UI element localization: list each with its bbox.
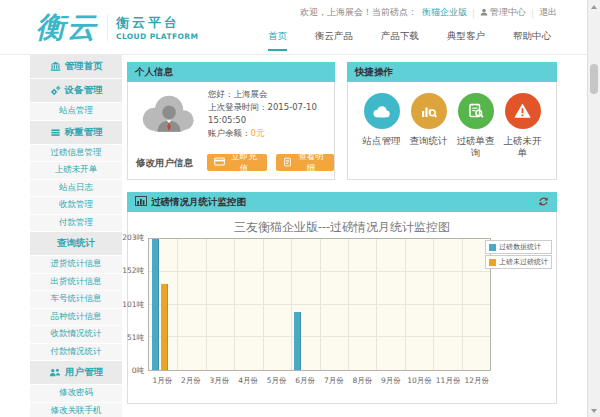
chart-panel: 过磅情况月统计监控图 三友衡猫企业版---过磅情况月统计监控图 0吨51吨101… (127, 192, 557, 404)
gear-icon (50, 85, 61, 96)
nav-tab[interactable]: 首页 (268, 30, 287, 51)
sidebar-item[interactable]: 修改关联手机 (30, 403, 122, 417)
logo-title: 衡云平台 (116, 14, 198, 32)
recharge-button-label: 立即充值 (228, 151, 260, 175)
sidebar-section-header[interactable]: 查询统计 (30, 232, 122, 256)
gridline (376, 239, 377, 370)
x-axis-tick-label: 4月份 (238, 376, 258, 386)
quick-action[interactable]: 上磅未开单 (499, 93, 546, 159)
sidebar-item[interactable]: 过磅信息管理 (30, 145, 122, 163)
chart-title: 三友衡猫企业版---过磅情况月统计监控图 (128, 219, 556, 236)
topbar: 欢迎，上海展会！当前磅点： 衡猫企业版 | 管理中心 | 退出 衡云 衡云平台 … (0, 0, 587, 55)
quick-action[interactable]: 站点管理 (358, 93, 405, 159)
scrollbar[interactable] (587, 0, 600, 417)
nav-tab[interactable]: 帮助中心 (513, 30, 551, 51)
sidebar-item[interactable]: 品种统计信息 (30, 309, 122, 327)
recharge-button[interactable]: 立即充值 (207, 154, 267, 171)
sidebar-item[interactable]: 进货统计信息 (30, 256, 122, 274)
y-axis-labels: 0吨51吨101吨152吨203吨 (128, 238, 146, 371)
sidebar-item-label: 付款管理 (59, 217, 93, 229)
sidebar-item-label: 收款情况统计 (51, 328, 102, 340)
legend-label: 过磅数据统计 (499, 242, 541, 252)
sidebar-item-label: 车号统计信息 (51, 293, 102, 305)
nav-tab[interactable]: 典型客户 (447, 30, 485, 51)
sidebar-section-header[interactable]: 设备管理 (30, 79, 122, 103)
chart-bar (294, 312, 301, 370)
x-axis-tick-label: 2月份 (181, 376, 201, 386)
sidebar-item[interactable]: 付款情况统计 (30, 344, 122, 362)
gridline (177, 239, 178, 370)
view-details-button-label: 查看明细 (295, 151, 327, 175)
person-icon (480, 8, 488, 18)
x-axis-tick-label: 3月份 (210, 376, 230, 386)
sidebar-item[interactable]: 出货统计信息 (30, 274, 122, 292)
gridline (433, 239, 434, 370)
quick-panel-title: 快捷操作 (355, 66, 393, 79)
sidebar-item[interactable]: 收款管理 (30, 197, 122, 215)
quick-panel-body: 站点管理查询统计过磅单查询上磅未开单 (347, 82, 557, 180)
nav-tab[interactable]: 衡云产品 (315, 30, 353, 51)
view-details-button[interactable]: 查看明细 (276, 154, 334, 171)
chart-panel-header: 过磅情况月统计监控图 (127, 192, 557, 212)
sidebar-section-header[interactable]: 用户管理 (30, 361, 122, 385)
card-icon (214, 157, 225, 168)
scrollbar-down-arrow-icon[interactable] (588, 405, 600, 416)
last-login-date: 2015-07-10 (268, 102, 317, 112)
profile-panel-body: 修改用户信息 您好：上海展会 上次登录时间：2015-07-10 15:05:5… (127, 82, 335, 180)
balance-value: 0元 (251, 128, 265, 138)
chart-bar (152, 239, 159, 370)
sidebar-item[interactable]: 站点管理 (30, 103, 122, 121)
chart-bar (161, 284, 168, 370)
x-axis-tick-label: 5月份 (267, 376, 287, 386)
sidebar-item[interactable]: 上磅未开单 (30, 162, 122, 180)
quick-action-label: 查询统计 (410, 135, 448, 147)
refresh-icon (538, 196, 549, 209)
chart-legend: 过磅数据统计上磅未过磅统计 (485, 240, 552, 269)
x-axis-tick-label: 7月份 (324, 376, 344, 386)
legend-swatch (489, 259, 496, 266)
gridline (263, 239, 264, 370)
sidebar-item[interactable]: 收款情况统计 (30, 326, 122, 344)
refresh-button[interactable] (538, 196, 549, 209)
x-axis-tick-label: 12月份 (464, 376, 489, 386)
logo-subtitle: CLOUD PLATFORM (116, 32, 198, 41)
doc-search-icon (458, 93, 494, 129)
separator: | (531, 8, 534, 18)
sidebar-item[interactable]: 站点日志 (30, 180, 122, 198)
sidebar-item[interactable]: 付款管理 (30, 215, 122, 233)
sidebar-section-header[interactable]: 管理首页 (30, 55, 122, 79)
profile-panel: 个人信息 修改用户信息 您好：上海展会 上次登录时间 (127, 62, 335, 180)
profile-panel-title: 个人信息 (135, 66, 173, 79)
edit-user-link[interactable]: 修改用户信息 (136, 157, 193, 170)
balance-line: 账户余额：0元 (208, 127, 317, 140)
y-axis-tick-label: 101吨 (122, 300, 144, 310)
quick-action[interactable]: 查询统计 (405, 93, 452, 159)
quick-action[interactable]: 过磅单查询 (452, 93, 499, 159)
sidebar-item[interactable]: 车号统计信息 (30, 291, 122, 309)
document-icon (283, 157, 292, 169)
bar-chart-icon (135, 196, 147, 208)
admin-center-link[interactable]: 管理中心 (480, 6, 526, 19)
scrollbar-up-arrow-icon[interactable] (588, 1, 600, 12)
x-axis-tick-label: 1月份 (152, 376, 172, 386)
sidebar-item-label: 过磅信息管理 (51, 147, 102, 159)
gridline (320, 239, 321, 370)
list-icon (50, 127, 61, 138)
x-axis-tick-label: 9月份 (381, 376, 401, 386)
x-axis-tick-label: 10月份 (407, 376, 432, 386)
account-link[interactable]: 衡猫企业版 (422, 6, 467, 19)
chart-plot-area (148, 238, 491, 371)
chart-panel-title-group: 过磅情况月统计监控图 (135, 196, 246, 209)
sidebar-item[interactable]: 修改密码 (30, 385, 122, 403)
profile-info: 您好：上海展会 上次登录时间：2015-07-10 15:05:50 账户余额：… (208, 88, 317, 140)
x-axis-tick-label: 6月份 (295, 376, 315, 386)
sidebar-item-label: 上磅未开单 (55, 164, 98, 176)
profile-buttons: 立即充值 查看明细 (207, 154, 334, 171)
sidebar-section-header[interactable]: 称重管理 (30, 121, 122, 145)
bank-icon (50, 61, 61, 72)
logout-link[interactable]: 退出 (539, 6, 557, 19)
avatar (136, 92, 200, 142)
nav-tab[interactable]: 产品下载 (381, 30, 419, 51)
sidebar-item-label: 用户管理 (65, 366, 103, 379)
scrollbar-thumb[interactable] (590, 64, 598, 94)
